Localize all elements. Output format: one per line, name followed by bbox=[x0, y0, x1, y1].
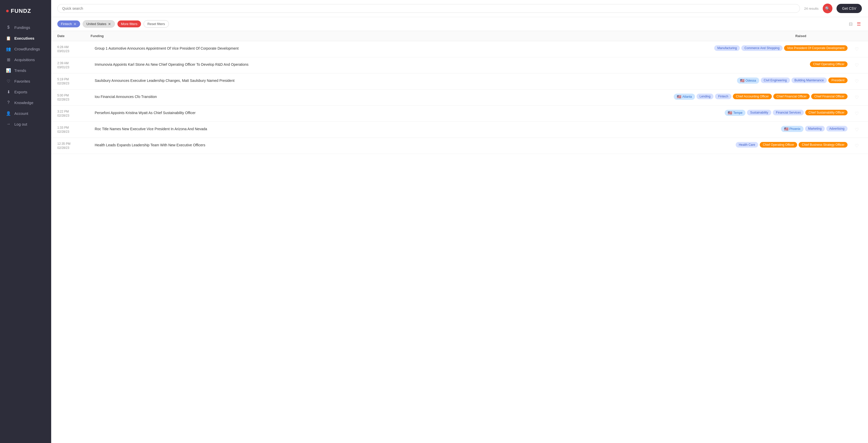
sidebar-item-knowledge[interactable]: ? Knowledge bbox=[0, 97, 51, 108]
row-time: 1:33 PM bbox=[57, 126, 91, 129]
sidebar-item-account[interactable]: 👤 Account bbox=[0, 108, 51, 119]
results-count: 24 results bbox=[804, 7, 818, 10]
row-tags: 🇺🇸 Odessa Civil EngineeringBuilding Main… bbox=[737, 77, 847, 84]
reset-filters-button[interactable]: Reset filters bbox=[144, 20, 169, 28]
header: 24 results 🔍 Get CSV bbox=[51, 0, 868, 17]
acquisitions-icon: ⊞ bbox=[6, 57, 11, 62]
sidebar-nav: $ Fundings 📋 Executives 👥 Crowdfundings … bbox=[0, 22, 51, 438]
flag-icon: 🇺🇸 bbox=[784, 127, 788, 131]
row-datestr: 02/28/23 bbox=[57, 146, 91, 150]
row-date: 6:28 AM 03/01/23 bbox=[57, 45, 91, 53]
account-icon: 👤 bbox=[6, 111, 11, 116]
tag-category[interactable]: Marketing bbox=[805, 126, 825, 131]
row-title[interactable]: Iou Financial Announces Cfo Transition bbox=[95, 94, 670, 99]
search-input[interactable] bbox=[62, 6, 795, 10]
tag[interactable]: 🇺🇸 Phoenix bbox=[781, 126, 804, 132]
row-datestr: 02/28/23 bbox=[57, 130, 91, 133]
tag-category[interactable]: Civil Engineering bbox=[761, 77, 790, 83]
row-time: 5:19 PM bbox=[57, 77, 91, 81]
sidebar-item-fundings[interactable]: $ Fundings bbox=[0, 22, 51, 33]
sidebar-item-trends[interactable]: 📊 Trends bbox=[0, 65, 51, 76]
tag-category[interactable]: Manufacturing bbox=[714, 45, 740, 51]
row-date: 2:39 AM 03/01/23 bbox=[57, 61, 91, 69]
tag[interactable]: 🇺🇸 Atlanta bbox=[674, 94, 695, 100]
header-funding: Funding bbox=[91, 34, 795, 38]
row-tags: Health CareChief Operating OfficerChief … bbox=[736, 142, 847, 148]
results-table: Date Funding Raised 6:28 AM 03/01/23 Gro… bbox=[51, 31, 868, 443]
trends-icon: 📊 bbox=[6, 68, 11, 73]
close-icon[interactable]: ✕ bbox=[108, 22, 111, 26]
tag-role[interactable]: Chief Business Strategy Officer bbox=[799, 142, 847, 148]
sidebar-item-acquisitions[interactable]: ⊞ Acquisitions bbox=[0, 54, 51, 65]
tag-category[interactable]: Fintech bbox=[715, 94, 731, 99]
row-datestr: 03/01/23 bbox=[57, 50, 91, 53]
sidebar-label-acquisitions: Acquisitions bbox=[14, 58, 35, 62]
grid-view-button[interactable]: ⊟ bbox=[848, 21, 854, 27]
sidebar-item-crowdfundings[interactable]: 👥 Crowdfundings bbox=[0, 43, 51, 54]
tag-role[interactable]: Chief Financial Officer bbox=[811, 94, 847, 99]
flag-icon: 🇺🇸 bbox=[677, 95, 681, 99]
more-filters-button[interactable]: More filters bbox=[118, 21, 141, 27]
table-row: 5:00 PM 02/28/23 Iou Financial Announces… bbox=[51, 90, 868, 106]
favorite-button[interactable]: ♡ bbox=[851, 110, 862, 117]
row-tags: 🇺🇸 Tempe SustainabilityFinancial Service… bbox=[725, 110, 847, 116]
crowdfundings-icon: 👥 bbox=[6, 46, 11, 51]
tag-category[interactable]: Commerce And Shopping bbox=[741, 45, 782, 51]
favorite-button[interactable]: ♡ bbox=[851, 126, 862, 133]
tag-role[interactable]: Chief Accounting Officer bbox=[733, 94, 772, 99]
tag-category[interactable]: Financial Services bbox=[773, 110, 804, 115]
table-row: 2:39 AM 03/01/23 Immunovia Appoints Karl… bbox=[51, 57, 868, 73]
sidebar-label-trends: Trends bbox=[14, 68, 26, 73]
tag-category[interactable]: Sustainability bbox=[747, 110, 771, 115]
tag[interactable]: 🇺🇸 Odessa bbox=[737, 77, 759, 84]
sidebar-item-logout[interactable]: → Log out bbox=[0, 119, 51, 129]
row-title[interactable]: Health Leads Expands Leadership Team Wit… bbox=[95, 142, 732, 148]
table-row: 6:28 AM 03/01/23 Group 1 Automotive Anno… bbox=[51, 41, 868, 57]
filter-bar: Fintech ✕ United States ✕ More filters R… bbox=[51, 17, 868, 31]
favorite-button[interactable]: ♡ bbox=[851, 78, 862, 85]
sidebar-item-exports[interactable]: ⬇ Exports bbox=[0, 87, 51, 97]
favorite-button[interactable]: ♡ bbox=[851, 143, 862, 149]
row-time: 12:35 PM bbox=[57, 142, 91, 146]
close-icon[interactable]: ✕ bbox=[73, 22, 76, 26]
sidebar-label-crowdfundings: Crowdfundings bbox=[14, 47, 40, 51]
filter-chip-united-states[interactable]: United States ✕ bbox=[83, 20, 115, 28]
tag-role[interactable]: Vice President Of Corporate Development bbox=[784, 45, 847, 51]
logo-dot bbox=[6, 10, 9, 12]
row-time: 2:39 AM bbox=[57, 61, 91, 65]
search-button[interactable]: 🔍 bbox=[823, 4, 832, 13]
tag-role[interactable]: Chief Operating Officer bbox=[760, 142, 797, 148]
row-title[interactable]: Group 1 Automotive Announces Appointment… bbox=[95, 45, 710, 51]
tag-role[interactable]: President bbox=[828, 77, 847, 83]
app-logo: FUNDZ bbox=[0, 5, 51, 22]
row-title[interactable]: Saulsbury Announces Executive Leadership… bbox=[95, 77, 733, 84]
sidebar-label-favorites: Favorites bbox=[14, 79, 30, 84]
sidebar-label-account: Account bbox=[14, 111, 28, 116]
tag-role[interactable]: Chief Sustainability Officer bbox=[805, 110, 847, 115]
favorite-button[interactable]: ♡ bbox=[851, 46, 862, 53]
favorite-button[interactable]: ♡ bbox=[851, 62, 862, 68]
tag-category[interactable]: Lending bbox=[696, 94, 714, 99]
tag-category[interactable]: Advertising bbox=[826, 126, 847, 131]
sidebar: FUNDZ $ Fundings 📋 Executives 👥 Crowdfun… bbox=[0, 0, 51, 443]
tag-category[interactable]: Health Care bbox=[736, 142, 758, 148]
favorite-button[interactable]: ♡ bbox=[851, 94, 862, 101]
filter-chip-fintech[interactable]: Fintech ✕ bbox=[57, 21, 80, 27]
row-time: 3:22 PM bbox=[57, 110, 91, 113]
tag-role[interactable]: Chief Financial Officer bbox=[773, 94, 810, 99]
tag-role[interactable]: Chief Operating Officer bbox=[810, 61, 847, 67]
table-row: 5:19 PM 02/28/23 Saulsbury Announces Exe… bbox=[51, 73, 868, 90]
table-body: 6:28 AM 03/01/23 Group 1 Automotive Anno… bbox=[51, 41, 868, 154]
sidebar-item-favorites[interactable]: ♡ Favorites bbox=[0, 76, 51, 87]
search-box[interactable] bbox=[57, 4, 800, 13]
row-title[interactable]: Immunovia Appoints Karl Stone As New Chi… bbox=[95, 61, 762, 67]
row-time: 6:28 AM bbox=[57, 45, 91, 49]
row-title[interactable]: Persefoni Appoints Kristina Wyatt As Chi… bbox=[95, 110, 721, 116]
tag[interactable]: 🇺🇸 Tempe bbox=[725, 110, 745, 116]
list-view-button[interactable]: ☰ bbox=[856, 21, 862, 27]
tag-category[interactable]: Building Maintenance bbox=[792, 77, 827, 83]
get-csv-button[interactable]: Get CSV bbox=[837, 4, 862, 13]
row-title[interactable]: Roc Title Names New Executive Vice Presi… bbox=[95, 126, 762, 132]
sidebar-item-executives[interactable]: 📋 Executives bbox=[0, 33, 51, 43]
exports-icon: ⬇ bbox=[6, 90, 11, 94]
